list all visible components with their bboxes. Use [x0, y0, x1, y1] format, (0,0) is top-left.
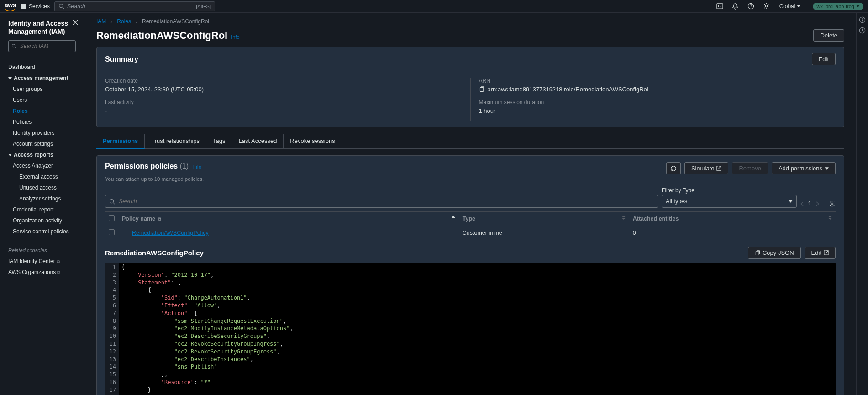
external-link-icon [824, 250, 829, 255]
select-all-checkbox[interactable] [109, 215, 115, 221]
sidebar-item-analyzer-settings[interactable]: Analyzer settings [4, 193, 80, 204]
tab-trust-relationships[interactable]: Trust relationships [145, 134, 206, 148]
edit-summary-button[interactable]: Edit [812, 53, 836, 65]
svg-rect-11 [756, 251, 759, 255]
page-title: RemediationAWSConfigRolInfo [96, 30, 240, 42]
svg-point-5 [12, 44, 15, 47]
col-type[interactable]: Type [459, 212, 629, 226]
svg-line-6 [15, 47, 16, 48]
line-numbers: 12345678910111213141516171819 [105, 263, 119, 395]
breadcrumb-iam[interactable]: IAM [96, 18, 106, 25]
policy-json-code[interactable]: { "Version": "2012-10-17", "Statement": … [119, 263, 296, 395]
svg-point-10 [831, 203, 833, 205]
policy-type: Customer inline [459, 226, 629, 240]
sidebar-item-dashboard[interactable]: Dashboard [4, 62, 80, 73]
external-link-icon: ⧉ [57, 270, 60, 275]
tab-permissions[interactable]: Permissions [96, 134, 145, 149]
row-expander[interactable]: − [122, 230, 128, 236]
sidebar-section-label: Access reports [14, 152, 53, 158]
sidebar-close-button[interactable] [72, 19, 79, 26]
tab-last-accessed[interactable]: Last Accessed [232, 134, 284, 148]
sidebar-item-users[interactable]: Users [4, 95, 80, 105]
row-checkbox[interactable] [109, 229, 115, 235]
cloudshell-icon[interactable] [715, 2, 726, 11]
sidebar-item-account-settings[interactable]: Account settings [4, 138, 80, 149]
sidebar-item-aws-organizations[interactable]: AWS Organizations⧉ [4, 267, 80, 278]
sidebar-search[interactable] [8, 40, 76, 52]
search-icon [11, 43, 16, 49]
table-settings-button[interactable] [829, 200, 836, 207]
policy-search[interactable] [105, 195, 658, 208]
caret-down-icon [825, 167, 829, 170]
region-selector[interactable]: Global [777, 3, 804, 10]
col-attached-entities[interactable]: Attached entities [629, 212, 836, 226]
external-link-icon: ⧉ [57, 259, 60, 264]
breadcrumb: IAM › Roles › RemediationAWSConfigRol [96, 18, 844, 25]
services-menu[interactable]: Services [21, 3, 50, 10]
sidebar-section-access-reports[interactable]: Access reports [4, 149, 80, 160]
grid-icon [21, 4, 26, 9]
sidebar-item-policies[interactable]: Policies [4, 116, 80, 127]
refresh-button[interactable] [666, 162, 681, 174]
filter-type-select[interactable]: All types [662, 195, 797, 208]
tab-tags[interactable]: Tags [206, 134, 232, 148]
sidebar-section-label: Access management [14, 75, 68, 81]
sidebar-item-organization-activity[interactable]: Organization activity [4, 215, 80, 226]
arn-label: ARN [479, 78, 836, 84]
svg-point-0 [59, 4, 63, 8]
breadcrumb-roles[interactable]: Roles [117, 18, 131, 25]
notifications-icon[interactable] [730, 2, 741, 11]
col-policy-name[interactable]: Policy name ⧉ [118, 212, 459, 226]
sidebar-item-identity-providers[interactable]: Identity providers [4, 127, 80, 138]
sort-asc-icon [452, 216, 455, 218]
search-kbd-hint: [Alt+S] [196, 4, 211, 9]
tab-revoke-sessions[interactable]: Revoke sessions [284, 134, 341, 148]
creation-date-value: October 15, 2024, 23:30 (UTC-05:00) [105, 86, 462, 93]
sidebar: Identity and Access Management (IAM) Das… [0, 13, 84, 395]
user-label: wk_prd_app-frog [816, 4, 854, 9]
copy-json-button[interactable]: Copy JSON [748, 247, 801, 259]
creation-date-label: Creation date [105, 78, 462, 84]
table-row: −RemediationAWSConfigPolicy Customer inl… [105, 226, 836, 240]
global-search[interactable]: Search [Alt+S] [54, 1, 215, 11]
sidebar-item-unused-access[interactable]: Unused access [4, 182, 80, 193]
copy-icon[interactable] [479, 86, 485, 92]
edit-policy-button[interactable]: Edit [805, 247, 836, 259]
policy-search-input[interactable] [118, 198, 654, 205]
info-link[interactable]: Info [193, 164, 201, 169]
sidebar-search-input[interactable] [19, 42, 73, 50]
delete-button[interactable]: Delete [813, 29, 844, 42]
sidebar-item-identity-center[interactable]: IAM Identity Center⧉ [4, 256, 80, 267]
help-icon[interactable] [746, 2, 757, 11]
policy-detail-title: RemediationAWSConfigPolicy [105, 249, 204, 257]
sidebar-section-access-management[interactable]: Access management [4, 73, 80, 84]
sidebar-item-service-control-policies[interactable]: Service control policies [4, 226, 80, 237]
pagination: 1 [800, 200, 836, 208]
svg-rect-2 [717, 4, 723, 9]
summary-panel: Summary Edit Creation date October 15, 2… [96, 47, 844, 127]
sidebar-item-external-access[interactable]: External access [4, 171, 80, 182]
history-panel-toggle[interactable] [859, 27, 866, 34]
info-panel-toggle[interactable] [859, 16, 866, 23]
add-permissions-button[interactable]: Add permissions [772, 162, 836, 174]
aws-logo[interactable]: aws [5, 1, 16, 11]
filter-type-label: Filter by Type [662, 187, 797, 194]
sidebar-item-roles[interactable]: Roles [4, 105, 80, 116]
search-icon [109, 199, 115, 205]
close-icon [72, 19, 79, 26]
policies-table: Policy name ⧉ Type Attached entities −Re… [105, 211, 836, 240]
user-menu[interactable]: wk_prd_app-frog [813, 3, 863, 10]
sidebar-item-user-groups[interactable]: User groups [4, 84, 80, 95]
sidebar-item-credential-report[interactable]: Credential report [4, 204, 80, 215]
sidebar-item-access-analyzer[interactable]: Access Analyzer [4, 160, 80, 171]
settings-icon[interactable] [761, 2, 772, 11]
arn-value: arn:aws:iam::891377319218:role/Remediati… [488, 86, 648, 93]
simulate-button[interactable]: Simulate [684, 162, 729, 174]
last-activity-value: - [105, 107, 462, 114]
info-link[interactable]: Info [231, 34, 239, 40]
permissions-policies-panel: Permissions policies (1) Info Simulate R… [96, 155, 844, 395]
sidebar-related-header: Related consoles [4, 245, 80, 256]
prev-page-button [800, 201, 804, 206]
policy-name-link[interactable]: RemediationAWSConfigPolicy [132, 230, 209, 236]
caret-down-icon [789, 200, 793, 203]
